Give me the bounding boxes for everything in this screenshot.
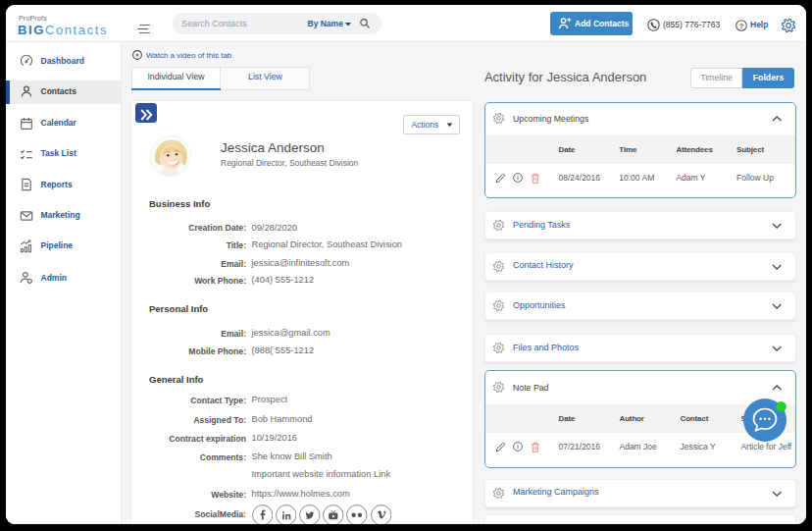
svg-text:?: ?	[739, 21, 744, 29]
